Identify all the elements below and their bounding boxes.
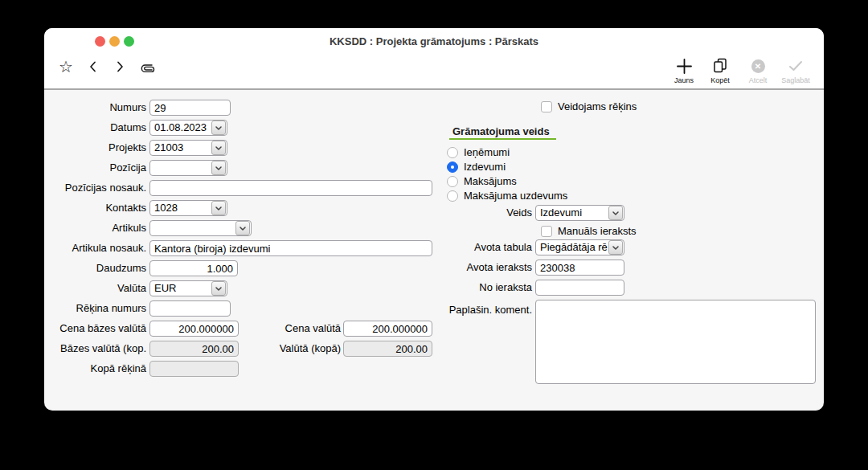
daudzums-input[interactable] (149, 260, 238, 276)
chevron-down-icon[interactable] (211, 121, 226, 135)
cena-bazes-input[interactable] (149, 321, 239, 337)
title-bar: KKSDD : Projekta grāmatojums : Pārskats (44, 28, 824, 54)
veidojams-rekins-checkbox[interactable] (541, 101, 552, 112)
back-chevron-icon[interactable] (89, 61, 96, 76)
app-window: KKSDD : Projekta grāmatojums : Pārskats … (44, 28, 824, 411)
datums-value: 01.08.2023 (154, 121, 211, 135)
no-ieraksta-label: No ieraksta (406, 280, 532, 296)
radio-maksajuma-uzdevums[interactable] (447, 190, 458, 202)
radio-maksajums[interactable] (447, 176, 458, 187)
radio-maksajuma-uzdevums-label: Maksājuma uzdevums (464, 190, 567, 202)
radio-izdevumi-label: Izdevumi (464, 161, 506, 174)
kopet-label: Kopēt (702, 76, 738, 84)
chevron-down-icon[interactable] (211, 201, 226, 215)
kontakts-value: 1028 (154, 201, 211, 215)
kopa-rekina-label: Kopā rēķinā (44, 361, 146, 377)
window-title: KKSDD : Projekta grāmatojums : Pārskats (44, 35, 824, 47)
kontakts-combo[interactable]: 1028 (149, 200, 227, 216)
gramatojuma-veids-header: Grāmatojuma veids (452, 125, 550, 137)
chevron-down-icon[interactable] (608, 240, 623, 255)
veidojams-rekins-label: Veidojams rēķins (558, 100, 637, 113)
numurs-input[interactable] (149, 100, 231, 116)
kopet-button[interactable]: Kopēt (702, 56, 738, 84)
projekts-label: Projekts (44, 140, 146, 156)
valuta-combo[interactable]: EUR (149, 280, 227, 296)
toolbar: ☆ Jauns Kopēt ✕ Atcelt (44, 54, 824, 90)
radio-izdevumi[interactable] (447, 161, 458, 173)
green-underline (449, 138, 556, 140)
kontakts-label: Kontakts (44, 200, 146, 216)
bazes-kop-label: Bāzes valūtā (kop. (44, 341, 146, 357)
veids-combo[interactable]: Izdevumi (535, 205, 624, 221)
valuta-value: EUR (154, 281, 211, 296)
cancel-icon: ✕ (740, 56, 776, 76)
copy-icon (702, 56, 738, 76)
pozicija-label: Pozīcija (44, 160, 146, 176)
cena-valuta-label: Cena valūtā (237, 321, 341, 337)
bazes-kop-input (149, 341, 239, 357)
datums-label: Datums (44, 120, 146, 136)
rekina-numurs-label: Rēķina numurs (44, 300, 146, 317)
atcelt-button[interactable]: ✕ Atcelt (740, 56, 776, 84)
paperclip-icon[interactable] (140, 63, 157, 77)
atcelt-label: Atcelt (740, 76, 776, 84)
numurs-label: Numurs (44, 100, 146, 116)
veids-label: Veids (406, 205, 532, 221)
jauns-button[interactable]: Jauns (666, 56, 702, 84)
projekts-combo[interactable]: 21003 (149, 140, 227, 156)
pozicijas-nosauk-label: Pozīcijas nosauk. (44, 180, 146, 196)
datums-combo[interactable]: 01.08.2023 (149, 120, 227, 136)
avota-tabula-combo[interactable]: Piegādātāja rē (535, 239, 624, 255)
plus-icon (666, 56, 702, 76)
saglabat-label: Saglabāt (776, 76, 815, 84)
avota-ieraksts-input[interactable] (535, 260, 624, 276)
radio-ienemumi-label: Ieņēmumi (464, 146, 510, 159)
chevron-down-icon[interactable] (211, 161, 226, 175)
paplasin-koment-label: Paplašin. koment. (406, 302, 532, 318)
paplasin-koment-textarea[interactable] (535, 300, 816, 384)
star-icon[interactable]: ☆ (59, 57, 73, 76)
cena-valuta-input[interactable] (343, 321, 432, 337)
chevron-down-icon[interactable] (235, 221, 250, 235)
avota-ieraksts-label: Avota ieraksts (406, 260, 532, 276)
manuals-ieraksts-checkbox[interactable] (541, 226, 552, 237)
chevron-down-icon[interactable] (211, 281, 226, 296)
check-icon (776, 56, 815, 76)
valuta-kopa-label: Valūtā (kopā) (237, 341, 341, 357)
no-ieraksta-input[interactable] (535, 280, 624, 296)
forward-chevron-icon[interactable] (117, 61, 124, 76)
artikuls-combo[interactable] (149, 220, 252, 236)
manuals-ieraksts-label: Manuāls ieraksts (558, 225, 637, 238)
avota-tabula-label: Avota tabula (406, 239, 532, 255)
kopa-rekina-input (149, 361, 239, 377)
radio-maksajums-label: Maksājums (464, 175, 517, 188)
chevron-down-icon[interactable] (608, 206, 623, 220)
valuta-label: Valūta (44, 280, 146, 296)
pozicijas-nosauk-input[interactable] (149, 180, 432, 196)
jauns-label: Jauns (666, 76, 702, 84)
projekts-value: 21003 (154, 141, 211, 155)
avota-tabula-value: Piegādātāja rē (540, 240, 608, 255)
radio-ienemumi[interactable] (447, 147, 458, 158)
veids-value: Izdevumi (540, 206, 608, 220)
cena-bazes-label: Cena bāzes valūtā (44, 321, 146, 337)
chevron-down-icon[interactable] (211, 141, 226, 155)
artikula-nosauk-label: Artikula nosauk. (44, 240, 146, 256)
rekina-numurs-input[interactable] (149, 300, 231, 317)
valuta-kopa-input (343, 341, 432, 357)
pozicija-combo[interactable] (149, 160, 227, 176)
artikuls-label: Artikuls (44, 220, 146, 236)
saglabat-button[interactable]: Saglabāt (776, 56, 815, 84)
daudzums-label: Daudzums (44, 260, 146, 276)
artikula-nosauk-input[interactable] (149, 240, 432, 256)
